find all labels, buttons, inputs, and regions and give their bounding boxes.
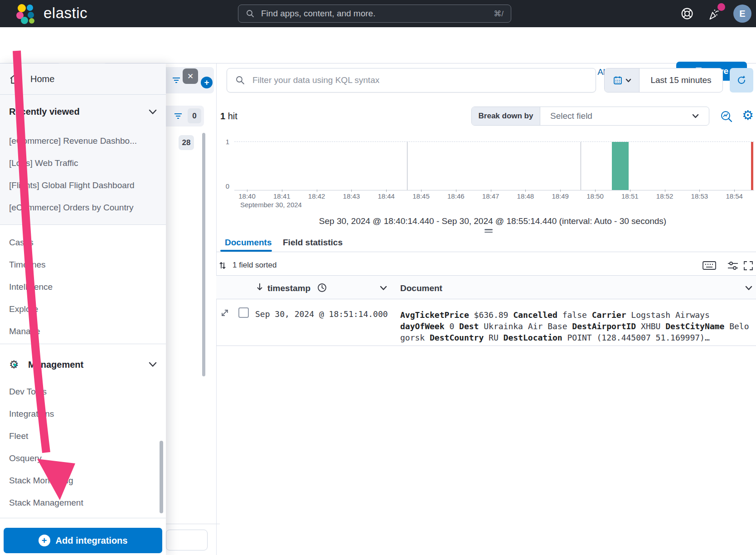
avatar[interactable]: E (733, 5, 751, 23)
fullscreen-icon[interactable] (743, 261, 753, 271)
global-search[interactable]: ⌘/ (238, 5, 511, 23)
collapsible-nav: Home Recently viewed [eCommerce] Revenue… (0, 63, 166, 555)
x-axis-label: 18:44 (378, 192, 395, 200)
nav-link-item[interactable]: Timelines (9, 260, 157, 270)
nav-management-item[interactable]: Dev Tools (9, 387, 157, 397)
nav-recent-item[interactable]: [Logs] Web Traffic (9, 158, 157, 168)
close-tooltip-button[interactable]: ✕ (183, 68, 198, 84)
x-axis-label: 18:49 (552, 192, 569, 200)
current-time-marker (751, 142, 753, 190)
column-header-timestamp[interactable]: timestamp (267, 283, 310, 293)
news-party-icon[interactable] (707, 8, 720, 20)
column-header-document[interactable]: Document (400, 283, 442, 293)
nav-management-item[interactable]: Osquery (9, 453, 157, 463)
x-axis-tick (351, 190, 352, 192)
gridline (407, 142, 407, 190)
home-icon (9, 73, 21, 85)
nav-scrollbar[interactable] (160, 441, 163, 513)
refresh-button[interactable] (730, 68, 753, 92)
row-document: AvgTicketPrice $636.89 Cancelled false C… (400, 309, 756, 343)
x-axis-tick (386, 190, 387, 192)
management-title[interactable]: Management (28, 360, 83, 370)
chevron-down-icon (625, 78, 631, 83)
add-integrations-button[interactable]: + Add integrations (4, 528, 162, 553)
nav-link-item[interactable]: Cases (9, 238, 157, 248)
filter-icon[interactable] (171, 76, 181, 84)
x-axis-label: 18:51 (621, 192, 639, 200)
x-axis-tick (734, 190, 735, 192)
management-gear-icon: ⚙ (9, 359, 21, 370)
x-axis-tick (491, 190, 491, 192)
breakdown-select[interactable]: Select field (540, 107, 709, 125)
y-axis-max-label: 1 (221, 138, 229, 146)
elastic-logo-icon (15, 3, 37, 24)
avatar-initial: E (739, 9, 745, 19)
column-menu-chevron-icon[interactable] (745, 286, 752, 291)
x-axis-label: 18:41 (273, 192, 291, 200)
x-axis-label: 18:52 (656, 192, 674, 200)
column-menu-chevron-icon[interactable] (380, 286, 387, 291)
sort-fields-icon[interactable] (219, 261, 226, 270)
resize-handle[interactable] (485, 229, 493, 234)
date-picker-button[interactable] (605, 68, 640, 92)
nav-management-item[interactable]: Stack Monitoring (9, 476, 157, 486)
app-toolbar: D Discover NewOpenShareAlertsInspect Sav… (0, 27, 756, 63)
x-axis-label: 18:53 (691, 192, 708, 200)
tab-field-statistics[interactable]: Field statistics (283, 238, 343, 248)
x-axis-label: 18:42 (308, 192, 325, 200)
nav-management-item[interactable]: Integrations (9, 409, 157, 419)
sort-descending-icon[interactable] (256, 282, 263, 291)
x-axis: 18:4018:4118:4218:4318:4418:4518:4618:47… (234, 190, 754, 200)
calendar-icon (613, 75, 623, 85)
add-field-button[interactable]: + (201, 77, 213, 88)
x-axis-tick (630, 190, 630, 192)
management-list: Dev ToolsIntegrationsFleetOsqueryStack M… (9, 387, 157, 508)
x-axis-label: 18:43 (343, 192, 360, 200)
nav-management-item[interactable]: Fleet (9, 431, 157, 441)
tab-documents[interactable]: Documents (225, 238, 271, 248)
tabs-divider (216, 252, 756, 252)
nav-management-item[interactable]: Stack Management (9, 498, 157, 508)
row-checkbox[interactable] (238, 307, 249, 318)
histogram-plot (234, 141, 754, 190)
kql-input[interactable] (252, 75, 587, 86)
chart-suggestions-icon[interactable] (720, 110, 733, 123)
nav-recent-item[interactable]: [eCommerce] Revenue Dashbo... (9, 136, 157, 146)
discover-page: elastic ⌘/ E D Disc (0, 0, 756, 555)
x-axis-label: 18:46 (447, 192, 465, 200)
chevron-down-icon[interactable] (149, 109, 157, 115)
nav-link-item[interactable]: Intelligence (9, 282, 157, 292)
expand-row-icon[interactable] (220, 308, 229, 317)
hit-count: 1 hit (220, 111, 237, 122)
nav-recent-item[interactable]: [eCommerce] Orders by Country (9, 203, 157, 213)
nav-link-item[interactable]: Explore (9, 304, 157, 314)
x-axis-label: 18:45 (412, 192, 430, 200)
global-search-input[interactable] (260, 8, 488, 19)
x-axis-tick (595, 190, 596, 192)
field-search-fragment[interactable] (166, 530, 208, 550)
x-axis-label: 18:48 (517, 192, 534, 200)
kql-query-bar[interactable] (227, 68, 596, 92)
sorted-fields-label[interactable]: 1 field sorted (233, 261, 276, 270)
display-options-icon[interactable] (727, 261, 739, 271)
panel-divider (216, 63, 217, 555)
keyboard-icon[interactable] (702, 260, 717, 271)
brand-wordmark: elastic (44, 5, 87, 22)
chart-settings-gear-icon[interactable]: ⚙ (741, 108, 755, 122)
recently-viewed-title[interactable]: Recently viewed (9, 107, 80, 117)
nav-footer: + Add integrations (0, 518, 166, 555)
nav-section-management: ⚙ Management Dev ToolsIntegrationsFleetO… (0, 344, 166, 508)
x-axis-label: 18:50 (586, 192, 604, 200)
nav-recent-item[interactable]: [Flights] Global Flight Dashboard (9, 180, 157, 190)
kql-search-icon (235, 75, 245, 85)
help-icon[interactable] (681, 7, 693, 20)
nav-item-home[interactable]: Home (0, 63, 166, 95)
time-range-value[interactable]: Last 15 minutes (640, 68, 722, 92)
field-panel-scrollbar[interactable] (202, 133, 205, 376)
chevron-down-icon[interactable] (149, 362, 157, 367)
time-interval-summary: Sep 30, 2024 @ 18:40:14.440 - Sep 30, 20… (230, 216, 756, 226)
field-filter-icon[interactable] (173, 112, 183, 120)
plus-circle-icon: + (39, 535, 50, 546)
nav-link-item[interactable]: Manage (9, 326, 157, 336)
notification-dot (717, 3, 725, 11)
